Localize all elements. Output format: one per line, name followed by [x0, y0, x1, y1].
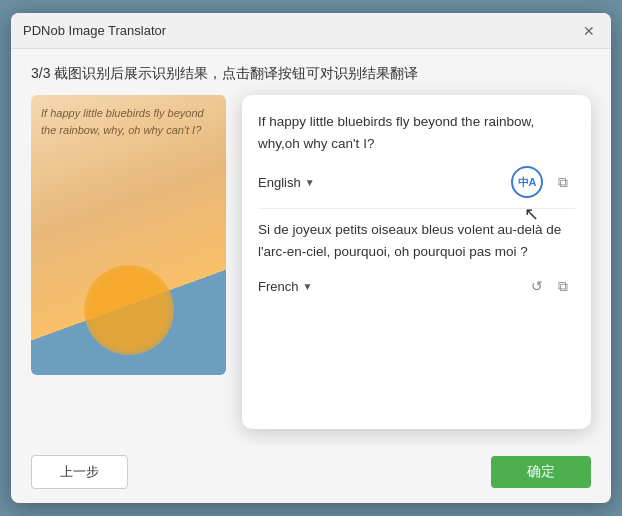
content-area: 3/3 截图识别后展示识别结果，点击翻译按钮可对识别结果翻译 If happy …	[11, 49, 611, 445]
titlebar: PDNob Image Translator ✕	[11, 13, 611, 49]
image-panel: If happy little bluebirds fly beyond the…	[31, 95, 226, 375]
target-action-icons: ↺ ⧉	[531, 274, 575, 298]
step-title: 3/3 截图识别后展示识别结果，点击翻译按钮可对识别结果翻译	[31, 65, 591, 83]
footer: 上一步 确定	[11, 445, 611, 503]
translated-text: Si de joyeux petits oiseaux bleus volent…	[258, 219, 575, 262]
copy-translation-button[interactable]: ⧉	[551, 274, 575, 298]
translate-icon-label: 中A	[518, 175, 537, 190]
main-area: If happy little bluebirds fly beyond the…	[31, 95, 591, 429]
source-lang-row: English ▼ 中A ⧉	[258, 166, 575, 198]
divider	[258, 208, 575, 209]
confirm-button[interactable]: 确定	[491, 456, 591, 488]
refresh-button[interactable]: ↺	[531, 278, 543, 294]
prev-button[interactable]: 上一步	[31, 455, 128, 489]
source-text: If happy little bluebirds fly beyond the…	[258, 111, 575, 154]
source-lang-selector[interactable]: English ▼	[258, 175, 315, 190]
target-lang-label: French	[258, 279, 298, 294]
main-window: PDNob Image Translator ✕ 3/3 截图识别后展示识别结果…	[11, 13, 611, 503]
refresh-icon: ↺	[531, 278, 543, 294]
copy-source-icon: ⧉	[558, 174, 568, 191]
source-lang-arrow: ▼	[305, 177, 315, 188]
translation-popup: If happy little bluebirds fly beyond the…	[242, 95, 591, 429]
target-lang-selector[interactable]: French ▼	[258, 279, 312, 294]
target-lang-row: French ▼ ↺ ⧉	[258, 274, 575, 298]
close-button[interactable]: ✕	[579, 21, 599, 41]
copy-source-button[interactable]: ⧉	[551, 170, 575, 194]
target-lang-arrow: ▼	[302, 281, 312, 292]
copy-translation-icon: ⧉	[558, 278, 568, 295]
image-overlay-text: If happy little bluebirds fly beyond the…	[41, 105, 216, 138]
window-title: PDNob Image Translator	[23, 23, 166, 38]
source-lang-label: English	[258, 175, 301, 190]
translate-button[interactable]: 中A	[511, 166, 543, 198]
source-action-icons: 中A ⧉	[511, 166, 575, 198]
